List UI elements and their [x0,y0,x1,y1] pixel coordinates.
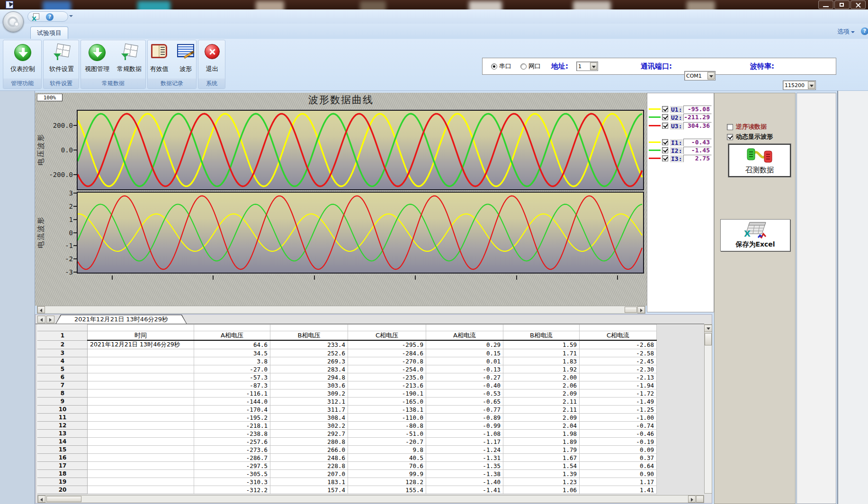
ribbon-group-software-settings: 软件设置 软件设置 [43,40,79,89]
y-axis-tick-mark [73,258,77,259]
options-button[interactable]: 选项 [837,27,855,36]
table-h-scrollbar[interactable] [37,495,704,503]
software-settings-button[interactable]: 软件设置 [46,42,77,77]
scroll-left-icon[interactable] [38,495,45,503]
legend-row-u1: U1: -95.08 [647,106,714,113]
chart-h-scrollbar[interactable] [37,306,645,314]
y-axis-tick-label: 0 [38,229,73,237]
y-axis-tick-label: -3 [38,268,73,276]
desktop-blob [137,1,170,9]
radio-icon[interactable] [491,63,497,70]
minimize-button[interactable] [818,0,833,9]
sheet-next-button[interactable] [46,316,54,323]
view-management-button[interactable]: 视图管理 [82,42,112,77]
exit-button[interactable]: 退出 [197,42,227,77]
application-menu-button[interactable] [3,11,24,32]
chevron-down-icon[interactable] [707,72,715,80]
regular-data-button[interactable]: 常规数据 [114,42,144,77]
dynamic-display-option[interactable]: 动态显示波形 [727,133,773,141]
scroll-thumb[interactable] [46,496,81,502]
comm-port-select[interactable]: COM1 [684,71,716,80]
u2-value: -211.29 [683,114,712,121]
u1-checkbox[interactable] [662,106,668,112]
radio-icon[interactable] [520,63,527,70]
x-axis-tick-mark [112,275,113,280]
x-axis-tick-mark [516,275,517,280]
reverse-read-option[interactable]: 逆序读数据 [727,123,767,131]
fetch-data-button[interactable]: 召测数据 [728,144,791,177]
u2-checkbox[interactable] [662,114,668,120]
i3-checkbox[interactable] [662,155,668,161]
restore-button[interactable] [834,0,850,9]
dynamic-display-checkbox[interactable] [727,134,733,140]
x-axis-tick-mark [617,275,618,280]
save-to-excel-button[interactable]: X 保存为Excel [720,219,790,251]
table-row: 43.8269.3-270.80.011.83-2.45 [38,357,657,365]
ribbon-group-system: 退出 系统 [198,40,225,89]
baud-rate-select[interactable]: 115200 [783,80,816,90]
scroll-right-icon[interactable] [637,306,645,313]
y-axis-tick-label: -2 [38,255,73,263]
i2-checkbox[interactable] [662,147,668,153]
u3-value: 304.36 [683,122,712,130]
y-axis-tick-mark [73,245,77,246]
i3-value: 2.75 [683,155,712,162]
table-row: 14-257.6280.8-20.7-1.171.89-0.19 [38,438,657,446]
table-row: 11-195.2308.4-110.0-0.892.09-1.00 [38,414,657,422]
notebook-pencil-icon [177,44,194,57]
instrument-control-button[interactable]: 仪表控制 [8,42,38,77]
serial-radio[interactable]: 串口 [491,58,511,74]
x-axis-tick-mark [213,275,214,280]
scroll-right-icon[interactable] [688,495,696,503]
qat-customize-caret-icon[interactable] [69,15,73,17]
y-axis-tick-mark [73,174,77,175]
i1-line-swatch [649,141,661,143]
x-axis-tick-mark [314,275,315,280]
net-radio[interactable]: 网口 [520,58,541,74]
excel-icon: X [743,221,768,239]
address-select[interactable]: 1 [576,62,598,71]
excel-export-icon[interactable]: X [32,13,39,21]
exit-icon [205,44,220,59]
blank-panel [796,93,836,504]
help-icon[interactable]: ? [861,27,868,35]
help-icon[interactable]: ? [46,13,54,21]
scroll-left-icon[interactable] [37,306,45,313]
table-row: 15-273.6266.09.8-1.241.790.09 [38,446,657,454]
measurement-table: 1时间A相电压B相电压C相电压A相电流B相电流C相电流22021年12月21日 … [37,324,657,494]
chevron-down-icon[interactable] [808,81,815,89]
close-button[interactable] [850,0,866,9]
u2-line-swatch [649,116,661,118]
voltage-waveform-plot [77,110,644,190]
y-axis-tick-mark [73,150,77,150]
y-axis-tick-mark [73,125,77,126]
table-row: 16-286.7248.640.5-1.311.670.37 [38,454,657,462]
table-row: 18-305.5207.099.9-1.381.390.90 [38,470,657,478]
app-window: X ? 试验项目 选项 ? 仪表控制 管理功能 软件设置 软件设置 视图管理 [0,0,868,504]
scroll-thumb[interactable] [625,307,637,313]
baud-rate-label: 波特率: [750,58,774,74]
scroll-down-icon[interactable] [704,325,712,332]
green-download-icon [89,44,106,61]
table-row: 7-87.3303.6-213.6-0.402.06-1.94 [38,381,657,389]
table-row: 22021年12月21日 13时46分29秒64.6233.4-295.90.2… [38,340,657,349]
left-margin [0,91,35,504]
gear-icon [14,21,19,27]
reverse-read-checkbox[interactable] [727,124,733,130]
sheet-prev-button[interactable] [37,316,45,323]
desktop-blob [360,1,386,9]
i1-checkbox[interactable] [662,139,668,145]
table-v-scrollbar[interactable] [704,324,712,494]
scroll-thumb[interactable] [705,333,712,345]
chevron-down-icon[interactable] [590,62,597,70]
data-table-panel: 2021年12月21日 13时46分29秒 1时间A相电压B相电压C相电压A相电… [35,314,712,504]
legend-row-i1: I1: -0.43 [647,139,714,146]
legend-row-u2: U2: -211.29 [647,114,714,121]
group-label: 管理功能 [3,79,41,88]
book-icon [151,44,167,58]
sheet-tab[interactable]: 2021年12月21日 13时46分29秒 [55,315,187,324]
u3-checkbox[interactable] [662,123,668,129]
tab-test-items[interactable]: 试验项目 [30,27,68,39]
desktop-blob [469,1,502,9]
effective-value-button[interactable]: 有效值 [146,42,172,77]
